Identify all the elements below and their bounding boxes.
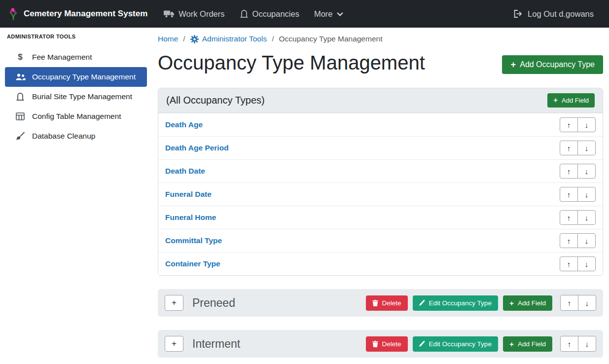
- trash-icon: [372, 300, 378, 306]
- move-up-button[interactable]: ↑: [560, 233, 578, 248]
- field-row: Committal Type ↑ ↓: [158, 229, 603, 252]
- field-link[interactable]: Death Age Period: [165, 144, 229, 152]
- add-field-button[interactable]: + Add Field: [547, 93, 595, 108]
- all-occupancy-types-title: (All Occupancy Types): [166, 95, 265, 106]
- sidebar-item-label: Config Table Management: [32, 112, 121, 121]
- expand-button[interactable]: +: [165, 295, 183, 311]
- field-link[interactable]: Death Age: [165, 120, 203, 129]
- field-link[interactable]: Death Date: [165, 167, 205, 176]
- edit-occupancy-type-button[interactable]: Edit Occupancy Type: [413, 336, 498, 352]
- truck-icon: [164, 10, 175, 18]
- sidebar-item-label: Database Cleanup: [32, 132, 95, 141]
- pencil-icon: [419, 300, 425, 306]
- delete-button[interactable]: Delete: [366, 336, 408, 352]
- nav-work-orders-label: Work Orders: [179, 9, 224, 19]
- move-up-button[interactable]: ↑: [560, 164, 578, 179]
- expand-button[interactable]: +: [165, 336, 183, 352]
- section-title: Preneed: [192, 296, 235, 310]
- move-down-button[interactable]: ↓: [577, 117, 596, 132]
- nav-occupancies[interactable]: Occupancies: [232, 9, 307, 19]
- top-navbar: Cemetery Management System Work Orders O…: [0, 0, 609, 28]
- field-link[interactable]: Committal Type: [165, 236, 222, 245]
- move-up-button[interactable]: ↑: [560, 256, 578, 271]
- all-occupancy-types-card: (All Occupancy Types) + Add Field Death …: [158, 88, 603, 276]
- occupancy-type-section-interment: + Interment Delete: [158, 330, 603, 358]
- field-row: Death Age Period ↑ ↓: [158, 136, 603, 159]
- page-title: Occupancy Type Management: [158, 51, 425, 74]
- sidebar-heading: ADMINISTRATOR TOOLS: [0, 34, 152, 39]
- field-row: Death Age ↑ ↓: [158, 113, 603, 136]
- add-field-button[interactable]: + Add Field: [503, 295, 552, 311]
- reorder-controls: ↑ ↓: [560, 233, 596, 248]
- all-occupancy-types-header: (All Occupancy Types) + Add Field: [158, 88, 603, 113]
- section-actions: Delete Edit Occupancy Type + Add Field ↑: [366, 336, 596, 352]
- plus-icon: +: [509, 299, 514, 307]
- move-up-button[interactable]: ↑: [560, 295, 578, 311]
- broom-icon: [15, 132, 26, 141]
- sidebar: ADMINISTRATOR TOOLS $ Fee Management Occ…: [0, 28, 152, 364]
- nav-more[interactable]: More: [307, 9, 351, 19]
- move-down-button[interactable]: ↓: [577, 233, 596, 248]
- sidebar-item-label: Occupancy Type Management: [32, 73, 136, 81]
- breadcrumb-admin-tools[interactable]: Administrator Tools: [190, 35, 267, 43]
- nav-work-orders[interactable]: Work Orders: [156, 9, 232, 19]
- logout-icon: [514, 10, 524, 18]
- move-down-button[interactable]: ↓: [577, 164, 596, 179]
- move-down-button[interactable]: ↓: [577, 210, 596, 225]
- app-brand[interactable]: Cemetery Management System: [8, 7, 147, 21]
- move-down-button[interactable]: ↓: [577, 141, 596, 155]
- field-link[interactable]: Funeral Home: [165, 213, 216, 222]
- main-content: Home / Administrator Tools / Occupancy T…: [152, 28, 609, 364]
- sidebar-item-occupancy-type-management[interactable]: Occupancy Type Management: [5, 67, 147, 87]
- move-up-button[interactable]: ↑: [560, 117, 578, 132]
- headstone-icon: [240, 9, 249, 18]
- move-down-button[interactable]: ↓: [577, 187, 596, 202]
- sidebar-item-burial-site-type-management[interactable]: Burial Site Type Management: [5, 87, 147, 107]
- pencil-icon: [419, 341, 425, 347]
- users-icon: [15, 73, 26, 80]
- breadcrumb-admin-tools-label: Administrator Tools: [202, 35, 267, 43]
- table-icon: [15, 112, 26, 120]
- delete-button[interactable]: Delete: [366, 295, 408, 311]
- section-title: Interment: [192, 337, 240, 351]
- move-up-button[interactable]: ↑: [560, 187, 578, 202]
- sidebar-item-database-cleanup[interactable]: Database Cleanup: [5, 126, 147, 146]
- app-title: Cemetery Management System: [24, 9, 147, 19]
- breadcrumb: Home / Administrator Tools / Occupancy T…: [158, 35, 603, 43]
- nav-more-label: More: [314, 9, 333, 19]
- sidebar-item-config-table-management[interactable]: Config Table Management: [5, 107, 147, 126]
- reorder-controls: ↑ ↓: [560, 295, 596, 311]
- move-down-button[interactable]: ↓: [578, 295, 596, 311]
- breadcrumb-current: Occupancy Type Management: [279, 35, 383, 43]
- sidebar-item-label: Burial Site Type Management: [32, 92, 132, 101]
- plus-icon: +: [510, 60, 516, 69]
- field-link[interactable]: Funeral Date: [165, 190, 212, 199]
- field-row: Funeral Date ↑ ↓: [158, 182, 603, 206]
- nav-logout-label: Log Out d.gowans: [528, 9, 594, 19]
- chevron-down-icon: [337, 12, 343, 16]
- title-row: Occupancy Type Management + Add Occupanc…: [158, 51, 603, 74]
- reorder-controls: ↑ ↓: [560, 164, 596, 179]
- field-row: Funeral Home ↑ ↓: [158, 206, 603, 229]
- nav-logout[interactable]: Log Out d.gowans: [506, 9, 601, 19]
- reorder-controls: ↑ ↓: [560, 256, 596, 271]
- reorder-controls: ↑ ↓: [560, 336, 596, 352]
- gear-icon: [190, 35, 199, 43]
- plus-icon: +: [553, 97, 558, 104]
- add-occupancy-type-button[interactable]: + Add Occupancy Type: [502, 55, 603, 74]
- move-down-button[interactable]: ↓: [578, 336, 596, 352]
- reorder-controls: ↑ ↓: [560, 210, 596, 225]
- add-field-button[interactable]: + Add Field: [503, 336, 552, 352]
- edit-occupancy-type-button[interactable]: Edit Occupancy Type: [413, 295, 498, 311]
- sidebar-item-fee-management[interactable]: $ Fee Management: [5, 47, 147, 67]
- field-row: Death Date ↑ ↓: [158, 159, 603, 182]
- breadcrumb-home[interactable]: Home: [158, 35, 178, 43]
- field-link[interactable]: Container Type: [165, 259, 220, 268]
- reorder-controls: ↑ ↓: [560, 187, 596, 202]
- reorder-controls: ↑ ↓: [560, 141, 596, 155]
- move-down-button[interactable]: ↓: [577, 256, 596, 271]
- move-up-button[interactable]: ↑: [560, 336, 578, 352]
- section-actions: Delete Edit Occupancy Type + Add Field ↑: [366, 295, 596, 311]
- move-up-button[interactable]: ↑: [560, 210, 578, 225]
- move-up-button[interactable]: ↑: [560, 141, 578, 155]
